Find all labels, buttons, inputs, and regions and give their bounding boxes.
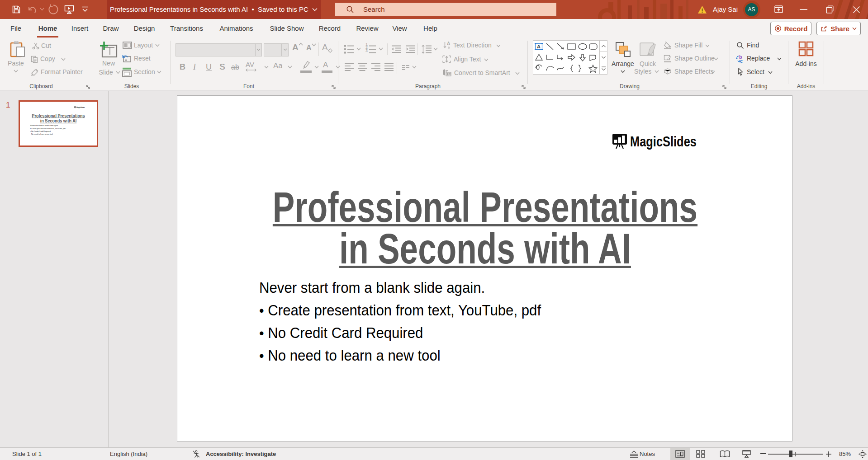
svg-text:A: A xyxy=(537,44,541,49)
svg-text:A: A xyxy=(447,42,450,46)
